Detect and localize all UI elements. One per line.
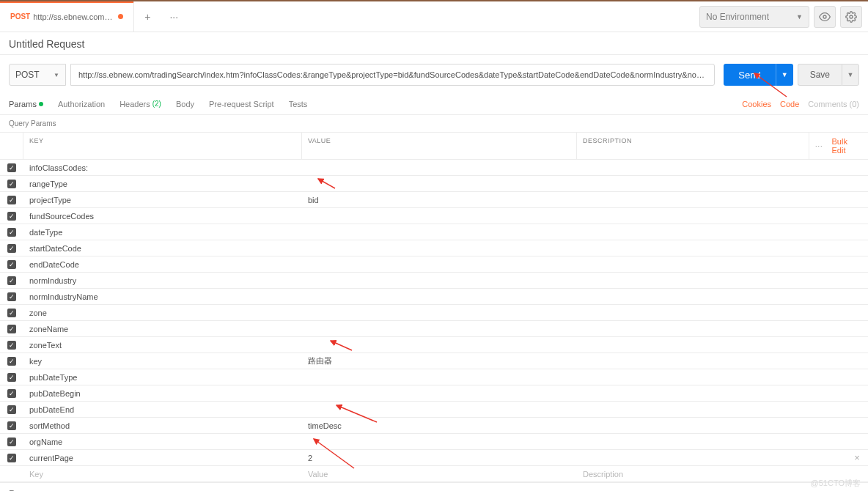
- param-key[interactable]: pubDateType: [23, 373, 302, 382]
- param-checkbox[interactable]: ✓: [7, 341, 16, 350]
- param-checkbox[interactable]: ✓: [7, 325, 16, 333]
- param-row[interactable]: ✓normIndustryName: [0, 289, 868, 305]
- param-checkbox[interactable]: ✓: [7, 309, 16, 317]
- tab-headers[interactable]: Headers (2): [119, 98, 161, 110]
- param-row[interactable]: ✓projectTypebid: [0, 192, 868, 208]
- param-key[interactable]: startDateCode: [23, 244, 302, 253]
- param-row[interactable]: ✓pubDateType: [0, 369, 868, 385]
- bulk-edit-link[interactable]: Bulk Edit: [832, 137, 859, 155]
- param-row[interactable]: ✓fundSourceCodes: [0, 208, 868, 224]
- param-value[interactable]: 路由器: [302, 355, 577, 366]
- save-dropdown-button[interactable]: ▼: [842, 64, 859, 86]
- param-checkbox[interactable]: ✓: [7, 260, 16, 269]
- param-key[interactable]: sortMethod: [23, 421, 302, 430]
- params-table: KEY VALUE DESCRIPTION ··· Bulk Edit ✓inf…: [0, 132, 868, 482]
- tab-params[interactable]: Params: [9, 98, 43, 110]
- send-button[interactable]: Send: [724, 64, 775, 86]
- table-more-button[interactable]: ···: [815, 142, 823, 149]
- param-key[interactable]: zone: [23, 309, 302, 317]
- environment-selector[interactable]: No Environment ▼: [699, 6, 809, 28]
- param-key[interactable]: infoClassCodes:: [23, 163, 302, 172]
- column-description: DESCRIPTION: [577, 133, 809, 159]
- param-row[interactable]: ✓key路由器: [0, 353, 868, 369]
- tab-authorization[interactable]: Authorization: [58, 98, 105, 110]
- query-params-heading: Query Params: [0, 115, 868, 132]
- param-row[interactable]: ✓dateType: [0, 224, 868, 240]
- tabs-row: POST http://ss.ebnew.com/tradingS... + ·…: [0, 1, 699, 32]
- param-checkbox[interactable]: ✓: [7, 373, 16, 382]
- param-key[interactable]: rangeType: [23, 180, 302, 188]
- param-checkbox[interactable]: ✓: [7, 405, 16, 414]
- param-row-placeholder[interactable]: Key Value Description: [0, 466, 868, 482]
- param-row[interactable]: ✓rangeType: [0, 176, 868, 192]
- param-key[interactable]: fundSourceCodes: [23, 212, 302, 221]
- tab-more-button[interactable]: ···: [161, 1, 187, 32]
- param-row[interactable]: ✓pubDateEnd: [0, 402, 868, 418]
- link-comments[interactable]: Comments (0): [808, 100, 859, 108]
- param-key[interactable]: key: [23, 357, 302, 366]
- param-checkbox[interactable]: ✓: [7, 421, 16, 430]
- param-key[interactable]: zoneName: [23, 325, 302, 333]
- svg-point-0: [823, 15, 826, 18]
- placeholder-description[interactable]: Description: [577, 470, 846, 479]
- param-checkbox[interactable]: ✓: [7, 180, 16, 188]
- param-value[interactable]: bid: [302, 196, 577, 204]
- method-selector[interactable]: POST ▼: [9, 64, 66, 86]
- param-checkbox[interactable]: ✓: [7, 196, 16, 204]
- unsaved-dot-icon: [118, 14, 123, 19]
- request-tab[interactable]: POST http://ss.ebnew.com/tradingS...: [0, 1, 134, 32]
- param-checkbox[interactable]: ✓: [7, 163, 16, 172]
- tab-prerequest[interactable]: Pre-request Script: [209, 98, 274, 110]
- param-key[interactable]: endDateCode: [23, 260, 302, 269]
- param-key[interactable]: zoneText: [23, 341, 302, 350]
- param-key[interactable]: projectType: [23, 196, 302, 204]
- param-row[interactable]: ✓infoClassCodes:: [0, 160, 868, 176]
- param-key[interactable]: dateType: [23, 228, 302, 237]
- param-checkbox[interactable]: ✓: [7, 438, 16, 446]
- param-row[interactable]: ✓zoneName: [0, 321, 868, 337]
- param-checkbox[interactable]: ✓: [7, 292, 16, 301]
- param-key[interactable]: currentPage: [23, 454, 302, 462]
- param-row[interactable]: ✓endDateCode: [0, 256, 868, 273]
- param-row[interactable]: ✓zone: [0, 305, 868, 321]
- param-key[interactable]: pubDateBegin: [23, 389, 302, 398]
- param-key[interactable]: normIndustryName: [23, 292, 302, 301]
- param-checkbox[interactable]: ✓: [7, 357, 16, 366]
- link-cookies[interactable]: Cookies: [742, 100, 771, 108]
- param-row[interactable]: ✓sortMethodtimeDesc: [0, 418, 868, 434]
- new-tab-button[interactable]: +: [134, 1, 161, 32]
- param-checkbox[interactable]: ✓: [7, 212, 16, 221]
- tab-params-label: Params: [9, 100, 37, 108]
- param-value[interactable]: timeDesc: [302, 421, 577, 430]
- param-row[interactable]: ✓pubDateBegin: [0, 385, 868, 402]
- tab-headers-label: Headers: [119, 100, 150, 108]
- param-row[interactable]: ✓normIndustry: [0, 273, 868, 289]
- placeholder-key[interactable]: Key: [23, 470, 302, 479]
- param-checkbox[interactable]: ✓: [7, 228, 16, 237]
- param-row[interactable]: ✓zoneText: [0, 337, 868, 353]
- param-key[interactable]: pubDateEnd: [23, 405, 302, 414]
- param-row[interactable]: ✓startDateCode: [0, 240, 868, 256]
- gear-icon-button[interactable]: [840, 6, 862, 28]
- param-key[interactable]: orgName: [23, 438, 302, 446]
- send-dropdown-button[interactable]: ▼: [776, 64, 793, 86]
- param-checkbox[interactable]: ✓: [7, 389, 16, 398]
- param-value[interactable]: 2: [302, 454, 577, 462]
- param-checkbox[interactable]: ✓: [7, 276, 16, 285]
- param-row[interactable]: ✓orgName: [0, 434, 868, 450]
- param-row[interactable]: ≡✓currentPage2×: [0, 450, 868, 466]
- eye-icon-button[interactable]: [814, 6, 836, 28]
- chevron-down-icon: ▼: [796, 13, 803, 21]
- placeholder-value[interactable]: Value: [302, 470, 577, 479]
- save-button[interactable]: Save: [798, 64, 842, 86]
- tab-headers-count: (2): [152, 100, 161, 108]
- tab-body[interactable]: Body: [176, 98, 194, 110]
- url-input[interactable]: [70, 64, 715, 86]
- tab-tests[interactable]: Tests: [289, 98, 308, 110]
- param-checkbox[interactable]: ✓: [7, 454, 16, 462]
- column-key: KEY: [23, 133, 302, 159]
- param-checkbox[interactable]: ✓: [7, 244, 16, 253]
- param-key[interactable]: normIndustry: [23, 276, 302, 285]
- close-icon[interactable]: ×: [852, 452, 862, 463]
- link-code[interactable]: Code: [780, 100, 799, 108]
